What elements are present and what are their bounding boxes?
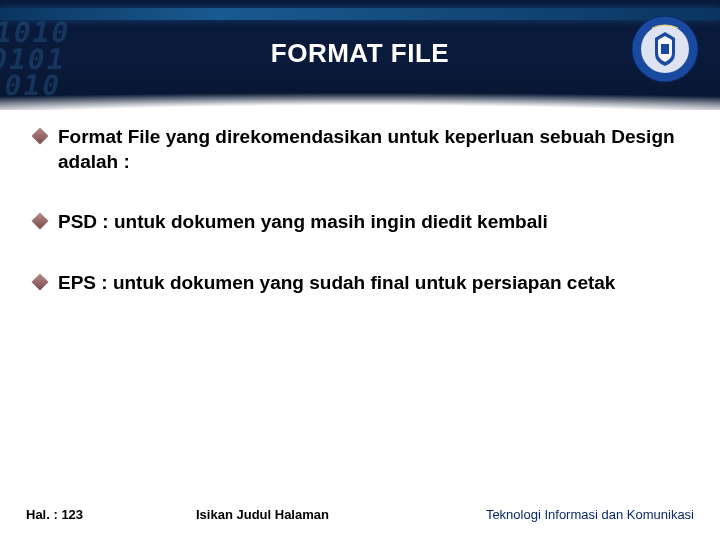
bullet-item: PSD : untuk dokumen yang masih ingin die… [34, 210, 690, 235]
page-number: Hal. : 123 [26, 507, 196, 522]
bullet-item: Format File yang direkomendasikan untuk … [34, 125, 690, 174]
footer-center-text: Isikan Judul Halaman [196, 507, 486, 522]
bullet-text: Format File yang direkomendasikan untuk … [58, 125, 690, 174]
header-accent-band [0, 8, 720, 20]
education-emblem-logo [630, 14, 700, 84]
bullet-text: EPS : untuk dokumen yang sudah final unt… [58, 271, 615, 296]
header-fade [0, 70, 720, 110]
bullet-item: EPS : untuk dokumen yang sudah final unt… [34, 271, 690, 296]
bullet-text: PSD : untuk dokumen yang masih ingin die… [58, 210, 548, 235]
diamond-bullet-icon [32, 213, 49, 230]
slide-content: Format File yang direkomendasikan untuk … [34, 125, 690, 332]
slide-header: 1010 0101 1010 FORMAT FILE [0, 0, 720, 110]
footer-right-text: Teknologi Informasi dan Komunikasi [486, 507, 694, 522]
svg-rect-2 [661, 44, 669, 54]
diamond-bullet-icon [32, 128, 49, 145]
diamond-bullet-icon [32, 274, 49, 291]
slide-footer: Hal. : 123 Isikan Judul Halaman Teknolog… [0, 507, 720, 522]
slide-title: FORMAT FILE [0, 38, 720, 69]
